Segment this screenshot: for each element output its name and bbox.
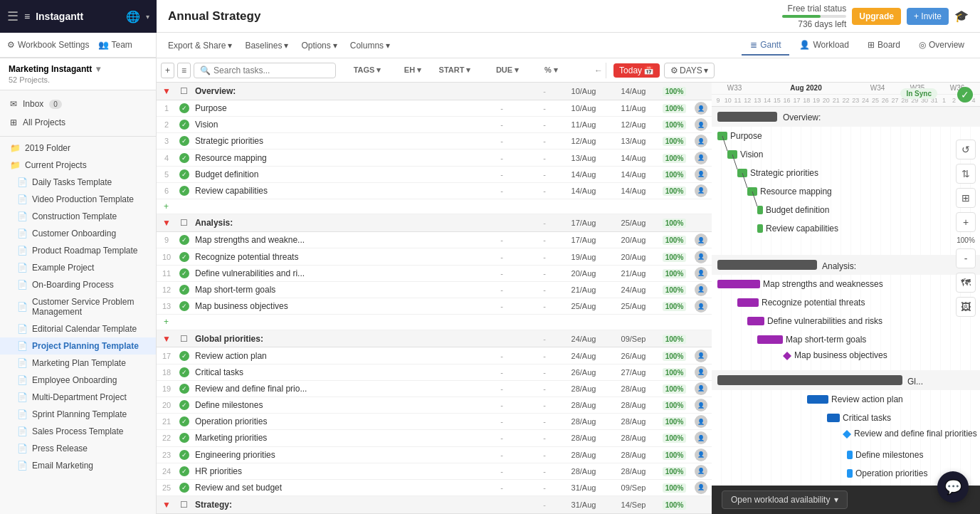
collapse-icon[interactable]: ▼ — [162, 500, 171, 510]
chevron-down-icon: ▾ — [386, 41, 390, 51]
baselines-button[interactable]: Baselines ▾ — [241, 38, 293, 53]
section-global-priorities[interactable]: ▼ ☐ Global priorities: - 24/Aug 09/Sep 1… — [157, 330, 712, 348]
table-row[interactable]: 10 Recognize potential threats - - 19/Au… — [157, 248, 712, 265]
table-row[interactable]: 5 Budget definition - - 14/Aug 14/Aug 10… — [157, 167, 712, 183]
table-row[interactable]: 18 Critical tasks - - 26/Aug 27/Aug 100%… — [157, 364, 712, 381]
day-19: 19 — [811, 97, 821, 104]
due-column-header[interactable]: DUE ▾ — [483, 65, 532, 75]
sidebar-project-planning[interactable]: 📄 Project Planning Template — [0, 337, 156, 355]
table-row[interactable]: 11 Define vulnerabilities and ri... - - … — [157, 266, 712, 282]
sidebar-project-construction[interactable]: 📄 Construction Template — [0, 208, 156, 225]
pct-column-header[interactable]: % ▾ — [535, 65, 567, 75]
sort-button[interactable]: ⇅ — [956, 164, 976, 184]
export-share-button[interactable]: Export & Share ▾ — [164, 38, 236, 53]
folder-2019[interactable]: 📁 2019 Folder — [0, 140, 156, 157]
collapse-icon[interactable]: ▼ — [162, 334, 171, 344]
today-button[interactable]: Today 📅 — [613, 63, 660, 78]
search-icon: 🔍 — [200, 65, 211, 75]
table-row[interactable]: 1 Purpose - - 10/Aug 11/Aug 100% 👤 — [157, 100, 712, 117]
day-18: 18 — [801, 97, 811, 104]
invite-button[interactable]: + Invite — [907, 8, 949, 25]
table-row[interactable]: 19 Review and define final prio... - - 2… — [157, 381, 712, 397]
table-row[interactable]: 6 Review capabilities - - 14/Aug 14/Aug … — [157, 183, 712, 199]
sidebar-project-sales[interactable]: 📄 Sales Process Template — [0, 423, 156, 440]
tab-gantt[interactable]: ≣ Gantt — [742, 36, 789, 56]
zoom-in-button[interactable]: + — [956, 212, 976, 232]
svg-rect-15 — [757, 224, 763, 233]
workload-availability-button[interactable]: Open workload availability ▾ — [722, 491, 848, 509]
svg-rect-13 — [757, 206, 763, 214]
workbook-settings-btn[interactable]: ⚙ Workbook Settings — [7, 40, 90, 50]
svg-rect-26 — [757, 335, 783, 344]
chat-bubble-button[interactable]: 💬 — [937, 471, 969, 503]
doc-icon: 📄 — [17, 426, 28, 436]
team-btn[interactable]: 👥 Team — [98, 40, 132, 50]
image-button[interactable]: 🖼 — [956, 297, 976, 317]
table-row[interactable]: 12 Map short-term goals - - 21/Aug 24/Au… — [157, 282, 712, 298]
sidebar-item-inbox[interactable]: ✉ Inbox 0 — [0, 95, 156, 113]
sidebar-project-product-roadmap[interactable]: 📄 Product Roadmap Template — [0, 242, 156, 259]
add-task-overview[interactable]: + — [157, 199, 712, 214]
sidebar-project-press[interactable]: 📄 Press Release — [0, 440, 156, 457]
table-row[interactable]: 3 Strategic priorities - - 12/Aug 13/Aug… — [157, 133, 712, 150]
table-row[interactable]: 2 Vision - - 11/Aug 12/Aug 100% 👤 — [157, 117, 712, 133]
filter-button[interactable]: ⊞ — [956, 188, 976, 208]
table-row[interactable]: 4 Resource mapping - - 13/Aug 14/Aug 100… — [157, 150, 712, 166]
map-button[interactable]: 🗺 — [956, 273, 976, 293]
collapse-icon[interactable]: ▼ — [162, 218, 171, 228]
sidebar-project-marketing-plan[interactable]: 📄 Marketing Plan Template — [0, 355, 156, 372]
upgrade-button[interactable]: Upgrade — [852, 8, 901, 25]
section-strategy[interactable]: ▼ ☐ Strategy: - 31/Aug 14/Sep 100% — [157, 496, 712, 514]
table-row[interactable]: 9 Map strengths and weakne... - - 17/Aug… — [157, 232, 712, 248]
zoom-out-button[interactable]: - — [956, 248, 976, 268]
folder-current-projects[interactable]: 📁 Current Projects — [0, 157, 156, 174]
sidebar-project-editorial[interactable]: 📄 Editorial Calendar Template — [0, 320, 156, 337]
sidebar-project-email[interactable]: 📄 Email Marketing — [0, 457, 156, 474]
table-row[interactable]: 23 Engineering priorities - - 28/Aug 28/… — [157, 447, 712, 463]
section-overview[interactable]: ▼ ☐ Overview: - 10/Aug 14/Aug 100% — [157, 83, 712, 100]
section-icon: ☐ — [176, 218, 192, 228]
sidebar-project-employee-onboarding[interactable]: 📄 Employee Onboarding — [0, 372, 156, 389]
sidebar-project-daily-tasks[interactable]: 📄 Daily Tasks Template — [0, 174, 156, 191]
trial-label: Free trial status — [782, 4, 846, 14]
sidebar-project-customer-onboarding[interactable]: 📄 Customer Onboarding — [0, 225, 156, 242]
eh-column-header[interactable]: EH ▾ — [399, 65, 427, 75]
table-row[interactable]: 22 Marketing priorities - - 28/Aug 28/Au… — [157, 430, 712, 446]
svg-rect-39 — [847, 451, 853, 459]
globe-icon[interactable]: 🌐 — [126, 10, 140, 23]
add-section-button[interactable]: ≡ — [177, 63, 191, 78]
table-row[interactable]: 24 HR priorities - - 28/Aug 28/Aug 100% … — [157, 463, 712, 480]
section-analysis[interactable]: ▼ ☐ Analysis: - 17/Aug 25/Aug 100% — [157, 214, 712, 232]
tab-workload[interactable]: 👤 Workload — [791, 36, 857, 56]
table-row[interactable]: 25 Review and set budget - - 31/Aug 09/S… — [157, 480, 712, 496]
sidebar-project-onboarding[interactable]: 📄 On-Boarding Process — [0, 276, 156, 293]
add-task-analysis[interactable]: + — [157, 315, 712, 330]
table-row[interactable]: 13 Map business objectives - - 25/Aug 25… — [157, 298, 712, 315]
start-column-header[interactable]: START ▾ — [430, 65, 480, 75]
search-input[interactable] — [214, 65, 313, 75]
undo-button[interactable]: ↺ — [956, 140, 976, 159]
sidebar-item-all-projects[interactable]: ⊞ All Projects — [0, 113, 156, 132]
sidebar-project-video-production[interactable]: 📄 Video Production Template — [0, 191, 156, 208]
sidebar-project-csp-management[interactable]: 📄 Customer Service Problem Management — [0, 293, 156, 320]
add-row-button[interactable]: + — [161, 63, 174, 78]
collapse-icon[interactable]: ▼ — [162, 86, 171, 96]
day-12: 12 — [742, 97, 752, 104]
table-row[interactable]: 17 Review action plan - - 24/Aug 26/Aug … — [157, 347, 712, 364]
days-button[interactable]: ⚙ DAYS ▾ — [664, 63, 715, 78]
sidebar-project-sprint[interactable]: 📄 Sprint Planning Template — [0, 406, 156, 423]
columns-button[interactable]: Columns ▾ — [346, 38, 394, 53]
table-row[interactable]: 21 Operation priorities - - 28/Aug 28/Au… — [157, 414, 712, 430]
sidebar-project-multi-dept[interactable]: 📄 Multi-Department Project — [0, 389, 156, 406]
sidebar-project-example[interactable]: 📄 Example Project — [0, 259, 156, 276]
chevron-down-icon: ▾ — [333, 41, 337, 51]
tab-board[interactable]: ⊞ Board — [859, 36, 909, 56]
menu-icon[interactable]: ☰ — [7, 9, 19, 24]
workspace-name[interactable]: Marketing Instagantt — [9, 64, 92, 74]
table-row[interactable]: 20 Define milestones - - 28/Aug 28/Aug 1… — [157, 397, 712, 414]
options-button[interactable]: Options ▾ — [297, 38, 341, 53]
collapse-arrow-button[interactable]: ← — [594, 65, 603, 75]
tags-column-header[interactable]: TAGS ▾ — [339, 65, 396, 75]
tab-overview[interactable]: ◎ Overview — [910, 36, 973, 56]
overview-icon: ◎ — [919, 40, 926, 50]
